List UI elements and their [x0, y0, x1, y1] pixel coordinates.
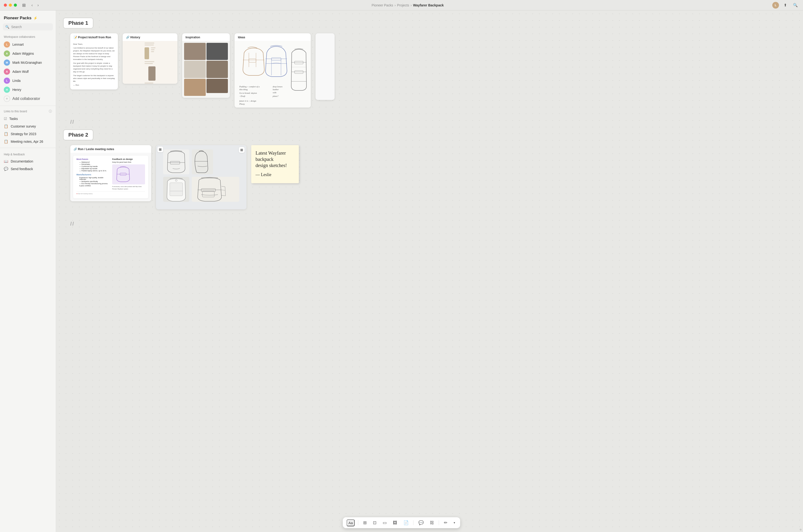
card-kickoff-header: 📝 Project kickoff from Ron [70, 33, 118, 41]
maximize-button[interactable] [14, 4, 17, 7]
card-history-image [123, 41, 178, 84]
meeting-sketch-svg [114, 166, 133, 183]
image-tool-button[interactable]: 🖼 [391, 519, 399, 526]
canvas-area[interactable]: Phase 1 📝 Project kickoff from Ron Dear … [56, 11, 803, 532]
svg-rect-0 [249, 59, 256, 62]
meeting-notes-label: Meeting notes, Apr 26 [11, 140, 43, 144]
feedback-icon: 💬 [4, 167, 8, 171]
card-history[interactable]: 🔗 History [123, 33, 178, 84]
add-icon: + [4, 96, 10, 102]
avatar-mark: M [4, 59, 10, 66]
share-button[interactable]: ⬆ [782, 2, 788, 8]
card-ideas[interactable]: Ideas [235, 33, 311, 108]
strategy-label: Strategy for 2023 [11, 132, 36, 136]
search-label: Search [11, 25, 22, 29]
copy-icon-badge: ⊞ [158, 147, 163, 152]
collaborator-mark[interactable]: M Mark McGranaghan [0, 58, 56, 67]
svg-text:plans?: plans? [272, 95, 279, 97]
workspace-title[interactable]: Pioneer Packs ⚡ [0, 14, 56, 23]
card-ideas-sketch: Padding + comfort of a thin thing Go to … [235, 41, 311, 108]
documentation-link[interactable]: 📖 Documentation [0, 157, 56, 165]
collaborator-adam-wulf[interactable]: A Adam Wulf [0, 67, 56, 76]
breadcrumb-part1[interactable]: Pioneer Packs [371, 3, 393, 7]
sidebar-link-tasks[interactable]: ☑ Tasks [0, 115, 56, 122]
shape-tool-button[interactable]: ▭ [381, 519, 388, 526]
phase-2-cards-row: 🔗 Ron / Leslie meeting notes Must-haves … [63, 145, 796, 209]
card-design-sketches[interactable]: ⊞ [156, 145, 247, 209]
sidebar-link-strategy[interactable]: 📋 Strategy for 2023 [0, 130, 56, 138]
grid-tool-button[interactable]: ⊞ [362, 519, 368, 526]
back-button[interactable]: ‹ [30, 3, 34, 8]
breadcrumb-part3: Wayfarer Backpack [413, 3, 444, 7]
svg-text:Phony: Phony [239, 103, 245, 105]
links-info-icon[interactable]: ⓘ [49, 109, 52, 113]
name-linda: Linda [12, 79, 20, 82]
card-meeting-notes[interactable]: 🔗 Ron / Leslie meeting notes Must-haves … [70, 145, 151, 201]
breadcrumb: Pioneer Packs › Projects › Wayfarer Back… [43, 3, 772, 7]
avatar-adam-wiggins: A [4, 51, 10, 57]
main-layout: Pioneer Packs ⚡ 🔍 Search Workspace colla… [0, 11, 803, 532]
minimize-button[interactable] [9, 4, 12, 7]
svg-text:leather: leather [273, 88, 279, 91]
collaborator-henry[interactable]: H Henry [0, 85, 56, 94]
svg-text:Padding + comfort of a: Padding + comfort of a [239, 86, 260, 88]
svg-text:future it is :: design: future it is :: design [239, 100, 256, 102]
collaborator-lennart[interactable]: L Lennart [0, 40, 56, 49]
collaborator-linda[interactable]: L Linda [0, 76, 56, 85]
svg-rect-15 [163, 149, 189, 174]
search-button[interactable]: 🔍 [791, 2, 799, 8]
card-project-kickoff[interactable]: 📝 Project kickoff from Ron Dear Team, I … [70, 33, 118, 90]
card-extra-sketch[interactable] [315, 33, 334, 100]
text-tool-button[interactable]: Aa [346, 519, 354, 526]
forward-button[interactable]: › [36, 3, 40, 8]
collaborator-adam-wiggins[interactable]: A Adam Wiggins [0, 49, 56, 58]
card-inspiration[interactable]: Inspiration [182, 33, 230, 98]
name-lennart: Lennart [12, 43, 23, 46]
pen-tool-dropdown[interactable]: ▾ [452, 520, 457, 525]
ideas-sketch-svg: Padding + comfort of a thin thing Go to … [237, 43, 308, 105]
send-feedback-link[interactable]: 💬 Send feedback [0, 165, 56, 173]
phase-1-cards-row: 📝 Project kickoff from Ron Dear Team, I … [63, 33, 796, 108]
bottom-toolbar: Aa ⊞ ⊡ ▭ 🖼 📄 💬 ⛓ ✏ ▾ [343, 517, 460, 528]
timeline-separator-1: // [63, 115, 796, 129]
card-history-header: 🔗 History [123, 33, 178, 41]
search-bar[interactable]: 🔍 Search [3, 23, 53, 31]
sidebar-divider-2 [0, 148, 56, 148]
workspace-name: Pioneer Packs [4, 16, 32, 20]
card-inspiration-grid [182, 41, 230, 98]
card-ideas-header: Ideas [235, 33, 311, 41]
user-avatar[interactable]: L [772, 2, 779, 8]
file-tool-button[interactable]: 📄 [402, 519, 410, 526]
svg-text:thin thing: thin thing [239, 88, 248, 91]
sticky-note-content: Latest Wayfarerbackpackdesign sketches! … [251, 145, 299, 181]
help-section-label: Help & feedback [0, 150, 56, 157]
sidebar-toggle-button[interactable]: ⊞ [21, 2, 27, 8]
phase-2-section: Phase 2 🔗 Ron / Leslie meeting notes Mus… [63, 129, 796, 209]
breadcrumb-part2[interactable]: Projects [397, 3, 409, 7]
titlebar-right: L ⬆ 🔍 [772, 2, 799, 8]
name-mark: Mark McGranaghan [12, 61, 42, 64]
copy-badge-top-right[interactable]: ⊞ [239, 147, 244, 153]
card-meeting-body: Must-haves — Waterproof — Retractable...… [70, 153, 151, 201]
svg-text:deep lenses: deep lenses [273, 86, 283, 88]
comment-tool-button[interactable]: 💬 [417, 519, 425, 526]
sidebar-link-customer-survey[interactable]: 📋 Customer survey [0, 122, 56, 130]
name-henry: Henry [12, 88, 21, 92]
close-button[interactable] [4, 4, 7, 7]
navigation-buttons: ‹ › [30, 3, 40, 8]
svg-text:Go to brand: dayton: Go to brand: dayton [239, 92, 257, 94]
workspace-settings-icon[interactable]: ⚡ [33, 16, 37, 20]
frame-tool-button[interactable]: ⊡ [371, 519, 378, 526]
phase-1-section: Phase 1 📝 Project kickoff from Ron Dear … [63, 18, 796, 108]
name-adam-wulf: Adam Wulf [12, 70, 29, 74]
svg-text:with: with [273, 91, 276, 94]
pen-tool-button[interactable]: ✏ [442, 519, 449, 526]
sidebar-link-meeting-notes[interactable]: 📋 Meeting notes, Apr 26 [0, 138, 56, 145]
customer-survey-label: Customer survey [11, 125, 36, 128]
kickoff-title: 📝 Project kickoff from Ron [74, 36, 111, 39]
card-sticky-note[interactable]: Latest Wayfarerbackpackdesign sketches! … [251, 145, 299, 183]
link-tool-button[interactable]: ⛓ [428, 519, 436, 526]
meeting-title: 🔗 Ron / Leslie meeting notes [74, 148, 114, 151]
avatar-henry: H [4, 87, 10, 93]
add-collaborator-button[interactable]: + Add collaborator [0, 94, 56, 103]
